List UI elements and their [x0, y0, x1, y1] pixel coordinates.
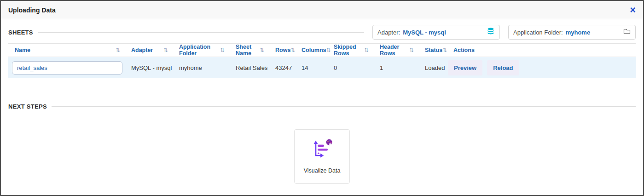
next-steps-divider: [52, 106, 636, 107]
next-steps-section-header: NEXT STEPS: [8, 99, 636, 114]
pickers: Adapter: MySQL - mysql Application Folde…: [372, 25, 636, 40]
column-header-label: Columns: [302, 47, 326, 53]
sort-icon[interactable]: ⇅: [442, 47, 447, 53]
column-header-label: Sheet Name: [236, 44, 260, 57]
sort-icon[interactable]: ⇅: [290, 47, 295, 53]
database-icon: [487, 28, 495, 37]
header-rows-cell: 1: [373, 64, 418, 71]
titlebar: Uploading Data ×: [1, 1, 643, 19]
column-header-label: Status: [425, 47, 442, 53]
sort-icon[interactable]: ⇅: [163, 47, 168, 53]
column-header-label: Name: [15, 47, 30, 53]
actions-cell: Preview Reload: [447, 60, 636, 75]
visualize-data-chart-icon: [312, 139, 333, 160]
sort-icon[interactable]: ⇅: [364, 47, 369, 53]
application-folder-picker-value: myhome: [566, 29, 621, 36]
skipped-rows-cell: 0: [327, 64, 373, 71]
column-header-header-rows[interactable]: Header Rows ⇅: [373, 44, 418, 57]
columns-cell: 14: [295, 64, 327, 71]
page-title: Uploading Data: [8, 6, 56, 14]
adapter-cell: MySQL - mysql: [125, 64, 173, 71]
sheets-section-label: SHEETS: [8, 29, 33, 36]
sort-icon[interactable]: ⇅: [116, 47, 120, 53]
rows-cell: 43247: [269, 64, 295, 71]
close-icon[interactable]: ×: [630, 5, 636, 15]
folder-icon: [623, 28, 631, 36]
column-header-label: Actions: [453, 47, 475, 53]
visualize-data-label: Visualize Data: [304, 167, 341, 174]
sort-icon[interactable]: ⇅: [260, 47, 264, 53]
adapter-picker-label: Adapter:: [377, 29, 400, 36]
preview-button[interactable]: Preview: [448, 60, 482, 75]
adapter-picker-value: MySQL - mysql: [403, 29, 484, 36]
column-header-label: Adapter: [131, 47, 153, 53]
column-header-label: Application Folder: [179, 44, 220, 57]
sheet-name-cell: [8, 61, 125, 75]
next-steps-section-label: NEXT STEPS: [8, 103, 47, 110]
sheets-divider: [38, 32, 364, 33]
sheet-title-cell: Retail Sales: [229, 64, 269, 71]
column-header-label: Header Rows: [380, 44, 409, 57]
column-header-actions: Actions: [447, 44, 636, 57]
column-header-name[interactable]: Name ⇅: [8, 44, 125, 57]
column-header-label: Skipped Rows: [334, 44, 364, 57]
reload-button[interactable]: Reload: [487, 60, 519, 75]
visualize-data-card[interactable]: Visualize Data: [294, 129, 350, 184]
column-header-sheet-name[interactable]: Sheet Name ⇅: [229, 44, 269, 57]
status-cell: Loaded: [418, 64, 447, 71]
table-header-row: Name ⇅ Adapter ⇅ Application Folder ⇅ Sh…: [8, 43, 636, 57]
sheet-name-input[interactable]: [12, 61, 122, 75]
application-folder-picker-label: Application Folder:: [513, 29, 563, 36]
column-header-label: Rows: [275, 47, 290, 53]
content: SHEETS Adapter: MySQL - mysql Applic: [1, 25, 643, 184]
sheets-table: Name ⇅ Adapter ⇅ Application Folder ⇅ Sh…: [8, 43, 636, 78]
application-folder-cell: myhome: [173, 64, 229, 71]
table-row: MySQL - mysql myhome Retail Sales 43247 …: [8, 57, 636, 78]
sheets-section-header: SHEETS Adapter: MySQL - mysql Applic: [8, 25, 636, 40]
uploading-data-dialog: Uploading Data × SHEETS Adapter: MySQL -…: [0, 0, 644, 196]
column-header-rows[interactable]: Rows ⇅: [269, 44, 295, 57]
column-header-skipped-rows[interactable]: Skipped Rows ⇅: [327, 44, 373, 57]
sort-icon[interactable]: ⇅: [220, 47, 225, 53]
adapter-picker[interactable]: Adapter: MySQL - mysql: [372, 25, 500, 40]
column-header-columns[interactable]: Columns ⇅: [295, 44, 327, 57]
column-header-status[interactable]: Status ⇅: [418, 44, 447, 57]
column-header-application-folder[interactable]: Application Folder ⇅: [173, 44, 229, 57]
sort-icon[interactable]: ⇅: [409, 47, 414, 53]
application-folder-picker[interactable]: Application Folder: myhome: [508, 25, 636, 40]
column-header-adapter[interactable]: Adapter ⇅: [125, 44, 173, 57]
